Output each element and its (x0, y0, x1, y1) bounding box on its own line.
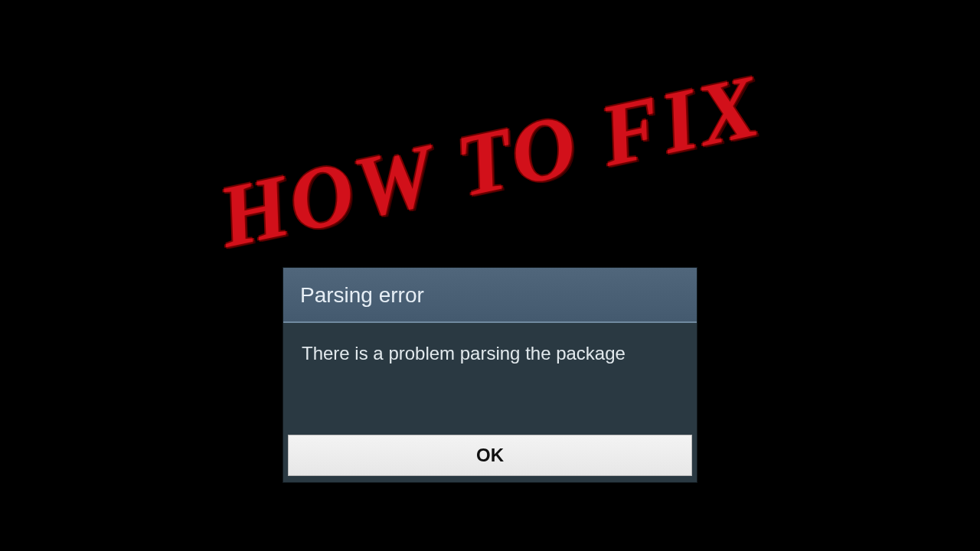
dialog-message: There is a problem parsing the package (283, 323, 697, 430)
screen: HOW TO FIX Parsing error There is a prob… (0, 0, 980, 551)
error-dialog: Parsing error There is a problem parsing… (283, 268, 697, 482)
ok-button[interactable]: OK (288, 435, 692, 476)
overlay-title: HOW TO FIX (210, 55, 769, 269)
dialog-footer: OK (283, 430, 697, 482)
dialog-title: Parsing error (283, 268, 697, 323)
